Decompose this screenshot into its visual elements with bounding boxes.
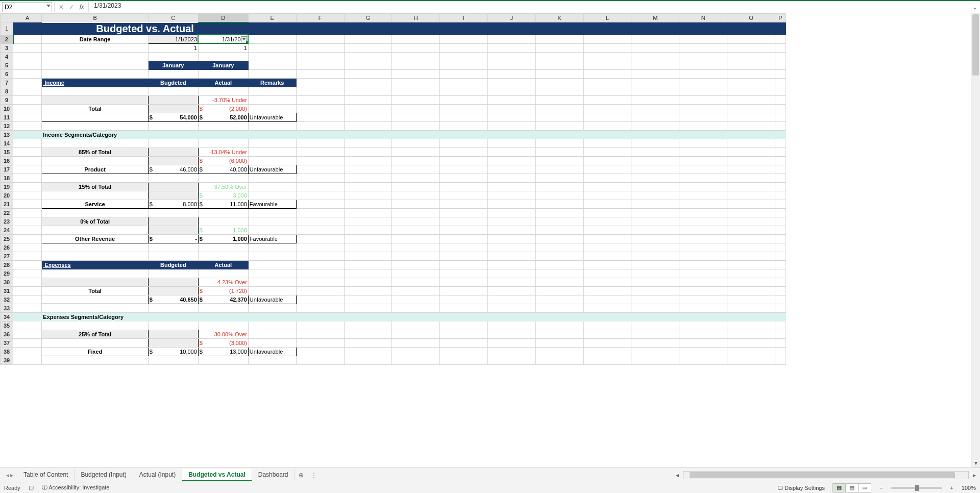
cell[interactable] [248, 356, 296, 364]
cell[interactable] [440, 252, 488, 260]
cell[interactable] [198, 243, 248, 252]
cell[interactable] [248, 22, 296, 35]
cell[interactable] [727, 61, 775, 69]
zoom-out-button[interactable]: − [879, 485, 883, 491]
cell[interactable] [583, 312, 631, 321]
cell[interactable] [344, 139, 392, 147]
cell[interactable] [487, 165, 535, 174]
cell[interactable] [440, 69, 488, 78]
cell[interactable] [42, 113, 149, 121]
cell[interactable] [248, 104, 296, 113]
cell[interactable] [631, 312, 679, 321]
col-header[interactable]: K [535, 14, 583, 22]
cell[interactable] [13, 356, 42, 364]
cell[interactable] [679, 43, 727, 52]
cell[interactable] [679, 165, 727, 174]
cell[interactable] [535, 69, 583, 78]
cell[interactable] [487, 113, 535, 121]
cell[interactable] [535, 22, 583, 35]
cell[interactable] [198, 130, 248, 139]
cell[interactable] [775, 22, 786, 35]
cell[interactable] [775, 200, 786, 208]
cell[interactable] [727, 104, 775, 113]
zoom-in-button[interactable]: + [950, 485, 953, 491]
cell[interactable] [248, 338, 296, 347]
cell[interactable] [487, 252, 535, 260]
cell[interactable] [631, 347, 679, 356]
cell[interactable] [679, 78, 727, 87]
cell[interactable] [248, 304, 296, 312]
cell[interactable] [775, 61, 786, 69]
cell[interactable] [631, 226, 679, 234]
cell[interactable] [487, 208, 535, 217]
cell[interactable] [583, 165, 631, 174]
cell[interactable] [248, 87, 296, 95]
cell[interactable] [198, 87, 248, 95]
cell[interactable]: $52,000 [198, 113, 248, 121]
cell[interactable] [440, 356, 488, 364]
cell[interactable] [775, 338, 786, 347]
cell[interactable] [248, 208, 296, 217]
cell[interactable] [775, 286, 786, 295]
name-box-dropdown-icon[interactable] [46, 5, 51, 7]
cell[interactable] [727, 130, 775, 139]
cell[interactable] [679, 191, 727, 200]
normal-view-button[interactable]: ▦ [832, 483, 846, 492]
cell[interactable] [727, 356, 775, 364]
cell[interactable] [296, 43, 344, 52]
cell[interactable] [42, 321, 149, 330]
cell[interactable] [344, 182, 392, 191]
cell[interactable] [13, 165, 42, 174]
cell[interactable] [583, 330, 631, 338]
cell[interactable] [535, 338, 583, 347]
cell[interactable] [296, 347, 344, 356]
cell[interactable] [583, 69, 631, 78]
cell[interactable] [679, 208, 727, 217]
cell[interactable] [631, 338, 679, 347]
cell[interactable] [727, 182, 775, 191]
cell[interactable] [392, 95, 440, 104]
sheet-tab[interactable]: Dashboard [252, 469, 295, 481]
cell[interactable] [631, 87, 679, 95]
cell[interactable] [148, 182, 198, 191]
confirm-icon[interactable]: ✓ [68, 4, 75, 11]
cell[interactable] [392, 87, 440, 95]
cell[interactable] [198, 52, 248, 61]
cell[interactable] [392, 217, 440, 226]
cell[interactable] [440, 95, 488, 104]
cell[interactable]: Total [42, 286, 149, 295]
cell[interactable] [42, 69, 149, 78]
cell[interactable] [679, 87, 727, 95]
cell[interactable] [344, 52, 392, 61]
cell[interactable] [583, 182, 631, 191]
cell[interactable] [535, 121, 583, 130]
cell[interactable] [13, 174, 42, 182]
cell[interactable] [535, 139, 583, 147]
cell[interactable] [392, 121, 440, 130]
col-header[interactable]: E [248, 14, 296, 22]
cell[interactable]: Service [42, 200, 149, 208]
cell[interactable] [344, 147, 392, 156]
cell[interactable] [148, 243, 198, 252]
cell[interactable] [440, 22, 488, 35]
cell[interactable] [631, 269, 679, 278]
cell[interactable] [440, 147, 488, 156]
row-header[interactable]: 10 [1, 104, 13, 113]
cell[interactable] [535, 156, 583, 165]
cell[interactable] [392, 295, 440, 304]
horizontal-scrollbar[interactable] [683, 471, 969, 479]
row-header[interactable]: 15 [1, 147, 13, 156]
cell[interactable] [487, 286, 535, 295]
vertical-scrollbar[interactable]: ▴ ▾ [971, 13, 980, 467]
cell[interactable] [631, 295, 679, 304]
cell[interactable] [148, 104, 198, 113]
cell[interactable] [13, 330, 42, 338]
cell[interactable] [727, 278, 775, 286]
cell[interactable] [631, 104, 679, 113]
cell[interactable] [392, 260, 440, 269]
row-header[interactable]: 30 [1, 278, 13, 286]
cell[interactable] [440, 130, 488, 139]
cell[interactable] [631, 139, 679, 147]
row-header[interactable]: 27 [1, 252, 13, 260]
row-header[interactable]: 19 [1, 182, 13, 191]
